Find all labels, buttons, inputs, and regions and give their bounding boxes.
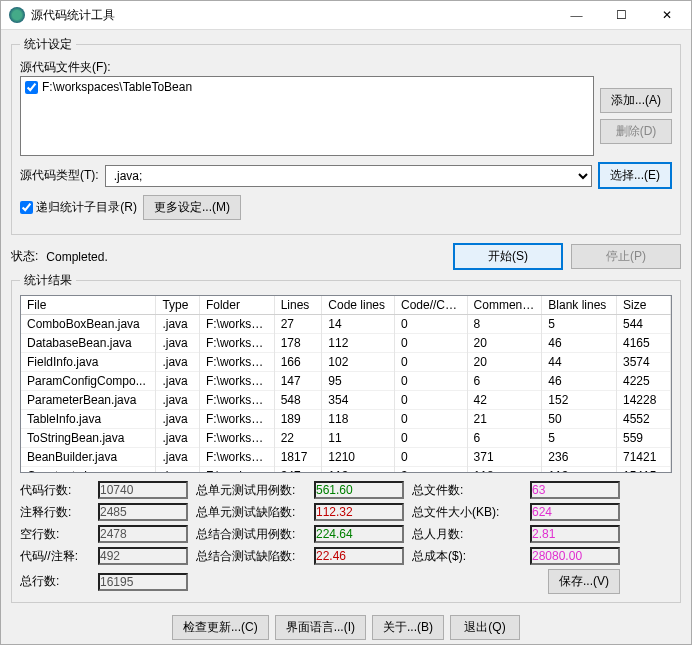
- size-value: [530, 503, 620, 521]
- column-header[interactable]: Folder: [199, 296, 274, 315]
- column-header[interactable]: Comment...: [467, 296, 542, 315]
- table-row[interactable]: Constants.java.javaF:\worksp...347113311…: [21, 467, 671, 474]
- comment-lines-value: [98, 503, 188, 521]
- folder-label: 源代码文件夹(F):: [20, 59, 672, 76]
- column-header[interactable]: File: [21, 296, 156, 315]
- minimize-button[interactable]: —: [554, 1, 599, 29]
- close-button[interactable]: ✕: [644, 1, 689, 29]
- code-lines-label: 代码行数:: [20, 482, 90, 499]
- type-label: 源代码类型(T):: [20, 167, 99, 184]
- column-header[interactable]: Size: [616, 296, 670, 315]
- stop-button[interactable]: 停止(P): [571, 244, 681, 269]
- select-button[interactable]: 选择...(E): [598, 162, 672, 189]
- table-row[interactable]: ToStringBean.java.javaF:\worksp...221106…: [21, 429, 671, 448]
- check-update-button[interactable]: 检查更新...(C): [172, 615, 269, 640]
- app-window: 源代码统计工具 — ☐ ✕ 统计设定 源代码文件夹(F): F:\workspa…: [0, 0, 692, 645]
- table-row[interactable]: ParamConfigCompo....javaF:\worksp...1479…: [21, 372, 671, 391]
- bottom-bar: 检查更新...(C) 界面语言...(I) 关于...(B) 退出(Q): [11, 607, 681, 640]
- table-row[interactable]: DatabaseBean.java.javaF:\worksp...178112…: [21, 334, 671, 353]
- summary-grid: 代码行数: 总单元测试用例数: 总文件数: 注释行数: 总单元测试缺陷数: 总文…: [20, 481, 672, 594]
- type-select[interactable]: .java;: [105, 165, 592, 187]
- comment-lines-label: 注释行数:: [20, 504, 90, 521]
- delete-button[interactable]: 删除(D): [600, 119, 672, 144]
- pm-label: 总人月数:: [412, 526, 522, 543]
- ratio-value: [98, 547, 188, 565]
- recurse-label[interactable]: 递归统计子目录(R): [20, 199, 137, 216]
- size-label: 总文件大小(KB):: [412, 504, 522, 521]
- combo-defects-value: [314, 547, 404, 565]
- code-lines-value: [98, 481, 188, 499]
- column-header[interactable]: Code//Co...: [394, 296, 467, 315]
- unit-defects-label: 总单元测试缺陷数:: [196, 504, 306, 521]
- blank-lines-value: [98, 525, 188, 543]
- table-row[interactable]: BeanBuilder.java.javaF:\worksp...1817121…: [21, 448, 671, 467]
- table-row[interactable]: FieldInfo.java.javaF:\worksp...166102020…: [21, 353, 671, 372]
- save-button[interactable]: 保存...(V): [548, 569, 620, 594]
- column-header[interactable]: Lines: [274, 296, 322, 315]
- total-lines-value: [98, 573, 188, 591]
- window-title: 源代码统计工具: [31, 7, 554, 24]
- folder-item[interactable]: F:\workspaces\TableToBean: [23, 79, 591, 95]
- column-header[interactable]: Blank lines: [542, 296, 617, 315]
- table-row[interactable]: ComboBoxBean.java.javaF:\worksp...271408…: [21, 315, 671, 334]
- cost-value: [530, 547, 620, 565]
- settings-group: 统计设定 源代码文件夹(F): F:\workspaces\TableToBea…: [11, 36, 681, 235]
- results-group: 统计结果 FileTypeFolderLinesCode linesCode//…: [11, 272, 681, 603]
- combo-cases-label: 总结合测试用例数:: [196, 526, 306, 543]
- language-button[interactable]: 界面语言...(I): [275, 615, 366, 640]
- combo-cases-value: [314, 525, 404, 543]
- table-row[interactable]: ParameterBean.java.javaF:\worksp...54835…: [21, 391, 671, 410]
- results-table-wrap[interactable]: FileTypeFolderLinesCode linesCode//Co...…: [20, 295, 672, 473]
- results-table: FileTypeFolderLinesCode linesCode//Co...…: [21, 296, 671, 473]
- recurse-checkbox[interactable]: [20, 201, 33, 214]
- status-label: 状态:: [11, 248, 38, 265]
- settings-legend: 统计设定: [20, 36, 76, 53]
- add-button[interactable]: 添加...(A): [600, 88, 672, 113]
- folder-list[interactable]: F:\workspaces\TableToBean: [20, 76, 594, 156]
- total-lines-label: 总行数:: [20, 573, 90, 590]
- blank-lines-label: 空行数:: [20, 526, 90, 543]
- more-button[interactable]: 更多设定...(M): [143, 195, 241, 220]
- unit-cases-label: 总单元测试用例数:: [196, 482, 306, 499]
- folder-checkbox[interactable]: [25, 81, 38, 94]
- unit-defects-value: [314, 503, 404, 521]
- files-label: 总文件数:: [412, 482, 522, 499]
- start-button[interactable]: 开始(S): [453, 243, 563, 270]
- exit-button[interactable]: 退出(Q): [450, 615, 520, 640]
- status-value: Completed.: [46, 250, 107, 264]
- titlebar: 源代码统计工具 — ☐ ✕: [1, 1, 691, 30]
- folder-path: F:\workspaces\TableToBean: [42, 80, 192, 94]
- files-value: [530, 481, 620, 499]
- combo-defects-label: 总结合测试缺陷数:: [196, 548, 306, 565]
- column-header[interactable]: Code lines: [322, 296, 395, 315]
- cost-label: 总成本($):: [412, 548, 522, 565]
- pm-value: [530, 525, 620, 543]
- column-header[interactable]: Type: [156, 296, 200, 315]
- ratio-label: 代码//注释:: [20, 548, 90, 565]
- results-legend: 统计结果: [20, 272, 76, 289]
- table-row[interactable]: TableInfo.java.javaF:\worksp...189118021…: [21, 410, 671, 429]
- maximize-button[interactable]: ☐: [599, 1, 644, 29]
- about-button[interactable]: 关于...(B): [372, 615, 444, 640]
- unit-cases-value: [314, 481, 404, 499]
- app-icon: [9, 7, 25, 23]
